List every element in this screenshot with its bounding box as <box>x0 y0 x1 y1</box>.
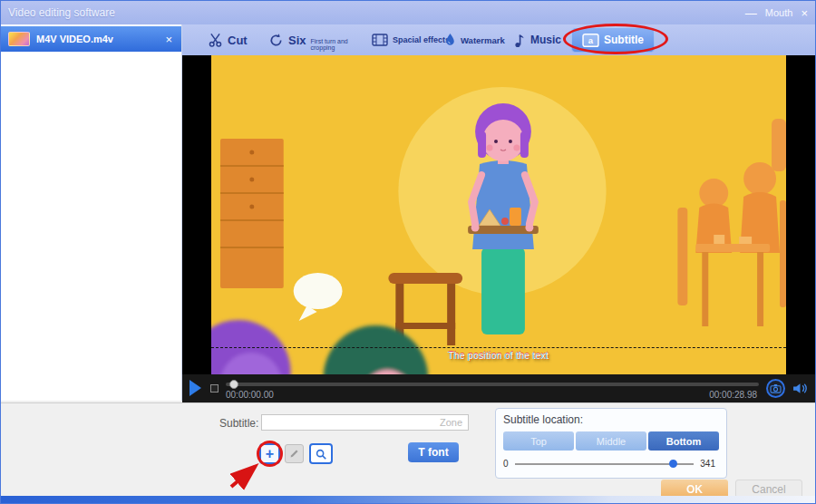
location-bottom-button[interactable]: Bottom <box>648 431 719 451</box>
current-time: 00:00:00.00 <box>226 390 274 400</box>
subtitle-label: Subtitle: <box>219 417 258 430</box>
tab-subtitle-label: Subtitle <box>604 34 644 46</box>
tab-special-effects[interactable]: Spacial effects <box>372 29 450 51</box>
playback-bar: 00:00:00.00 00:00:28.98 <box>182 374 815 402</box>
tab-subtitle[interactable]: a Subtitle <box>571 27 655 53</box>
tab-music[interactable]: Music <box>514 29 561 51</box>
tab-watermark-label: Watermark <box>461 35 505 45</box>
search-subtitle-button[interactable] <box>309 443 333 464</box>
window-title: Video editing software <box>8 6 115 19</box>
magnifier-icon <box>315 448 327 460</box>
app-window: Video editing software — Mouth × M4V VID… <box>0 0 816 504</box>
volume-button[interactable] <box>792 381 808 396</box>
minimize-button[interactable]: — <box>745 7 757 19</box>
play-button[interactable] <box>189 380 202 396</box>
video-frame-image <box>211 55 786 374</box>
file-close-icon[interactable]: × <box>163 33 174 46</box>
tab-watermark[interactable]: Watermark <box>444 29 505 51</box>
font-button[interactable]: T font <box>408 442 459 462</box>
caption-frame-icon: a <box>582 33 599 48</box>
pencil-icon <box>288 448 300 460</box>
tab-rotate-sublabel: First turn and cropping <box>311 38 367 52</box>
subtitle-location-label: Subtitle location: <box>503 413 583 426</box>
location-slider[interactable] <box>515 463 695 465</box>
scissors-icon <box>208 33 223 48</box>
total-time: 00:00:28.98 <box>709 390 757 400</box>
seek-slider[interactable] <box>226 383 759 386</box>
snapshot-button[interactable] <box>766 379 785 398</box>
location-slider-min: 0 <box>503 459 509 469</box>
subtitle-overlay-text: The position of the text <box>211 351 786 361</box>
tab-rotate-crop[interactable]: Six First turn and cropping <box>268 29 367 51</box>
play-triangle-icon <box>189 380 201 396</box>
window-controls: — Mouth × <box>745 7 808 19</box>
water-drop-icon <box>444 33 456 47</box>
seek-slider-handle[interactable] <box>229 380 238 389</box>
location-slider-handle[interactable] <box>669 460 677 468</box>
add-subtitle-button[interactable]: + <box>259 443 280 464</box>
rotate-arrow-icon <box>268 33 284 48</box>
location-slider-max: 341 <box>700 459 715 469</box>
tab-effects-label: Spacial effects <box>393 35 450 44</box>
location-slider-row: 0 341 <box>503 459 715 469</box>
music-note-icon <box>514 33 526 48</box>
location-segmented-control: Top Middle Bottom <box>503 431 719 451</box>
tab-cut[interactable]: Cut <box>208 29 248 51</box>
close-button[interactable]: × <box>801 7 808 19</box>
tab-music-label: Music <box>530 34 561 46</box>
file-name: M4V VIDEO.m4v <box>36 34 157 44</box>
speaker-icon <box>792 381 808 396</box>
tab-cut-label: Cut <box>228 34 248 47</box>
tab-rotate-label: Six <box>288 34 306 47</box>
file-thumbnail <box>8 32 30 46</box>
titlebar-extra-text: Mouth <box>765 7 793 18</box>
caption-icon-glyph: a <box>588 35 594 45</box>
file-item[interactable]: M4V VIDEO.m4v × <box>1 26 181 52</box>
edit-subtitle-button[interactable] <box>285 444 304 463</box>
video-frame: The position of the text <box>211 55 786 374</box>
camera-icon <box>770 383 782 393</box>
subtitle-text-input[interactable] <box>261 414 469 431</box>
subtitle-settings-panel: Subtitle: + T font Subtitle location: To… <box>1 402 815 498</box>
video-preview: The position of the text <box>182 55 815 374</box>
stop-button[interactable] <box>210 384 219 393</box>
location-middle-button[interactable]: Middle <box>576 431 646 451</box>
film-strip-icon <box>372 34 388 46</box>
location-top-button[interactable]: Top <box>503 431 574 451</box>
titlebar: Video editing software — Mouth × <box>1 1 815 24</box>
subtitle-position-zone[interactable]: The position of the text <box>211 347 786 374</box>
file-list-sidebar: M4V VIDEO.m4v × <box>1 24 182 401</box>
subtitle-location-panel: Subtitle location: Top Middle Bottom 0 3… <box>495 408 727 479</box>
toolbar: Cut Six First turn and cropping Spacial … <box>182 24 815 55</box>
bottom-accent-strip <box>1 496 815 503</box>
